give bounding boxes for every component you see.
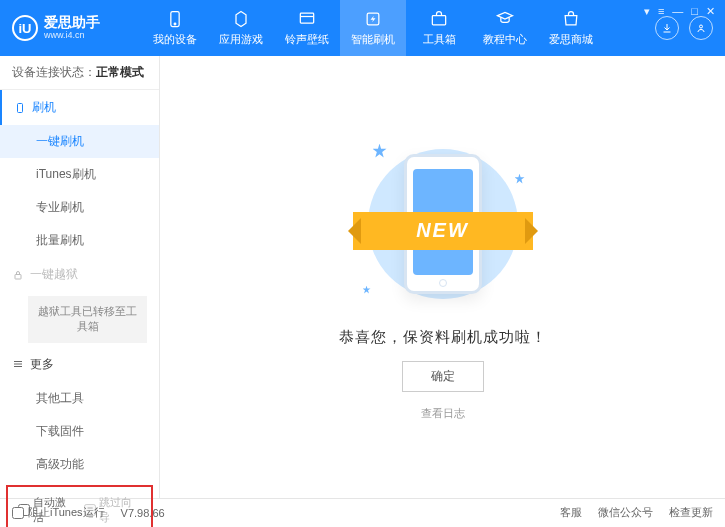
phone-icon xyxy=(165,9,185,29)
sidebar-item-download-fw[interactable]: 下载固件 xyxy=(0,415,159,448)
media-icon xyxy=(297,9,317,29)
section-flash[interactable]: 刷机 xyxy=(0,90,159,125)
close-icon[interactable]: ✕ xyxy=(706,5,715,18)
footer-update[interactable]: 检查更新 xyxy=(669,505,713,520)
minimize-icon[interactable]: — xyxy=(672,5,683,18)
svg-rect-7 xyxy=(15,274,21,279)
jailbreak-notice: 越狱工具已转移至工具箱 xyxy=(28,296,147,343)
footer-support[interactable]: 客服 xyxy=(560,505,582,520)
logo-icon: iU xyxy=(12,15,38,41)
sidebar-item-onekey-flash[interactable]: 一键刷机 xyxy=(0,125,159,158)
window-controls: ▾ ≡ — □ ✕ xyxy=(644,5,715,18)
tutorial-icon xyxy=(495,9,515,29)
logo-area: iU 爱思助手 www.i4.cn xyxy=(12,15,142,41)
more-icon xyxy=(12,358,24,370)
top-nav: 我的设备 应用游戏 铃声壁纸 智能刷机 工具箱 教程中心 爱思商城 xyxy=(142,0,604,56)
sidebar-item-other-tools[interactable]: 其他工具 xyxy=(0,382,159,415)
sidebar-item-advanced[interactable]: 高级功能 xyxy=(0,448,159,481)
svg-point-1 xyxy=(174,23,176,25)
flash-icon xyxy=(363,9,383,29)
user-button[interactable] xyxy=(689,16,713,40)
svg-rect-2 xyxy=(300,13,313,23)
app-name: 爱思助手 xyxy=(44,15,100,30)
new-ribbon: NEW xyxy=(353,212,533,250)
device-status: 设备连接状态：正常模式 xyxy=(0,56,159,90)
menu-icon[interactable]: ▾ xyxy=(644,5,650,18)
view-log-link[interactable]: 查看日志 xyxy=(421,406,465,421)
nav-tutorials[interactable]: 教程中心 xyxy=(472,0,538,56)
section-jailbreak[interactable]: 一键越狱 xyxy=(0,257,159,292)
lock-icon xyxy=(12,269,24,281)
nav-toolbox[interactable]: 工具箱 xyxy=(406,0,472,56)
nav-apps[interactable]: 应用游戏 xyxy=(208,0,274,56)
nav-store[interactable]: 爱思商城 xyxy=(538,0,604,56)
download-button[interactable] xyxy=(655,16,679,40)
sidebar-item-pro-flash[interactable]: 专业刷机 xyxy=(0,191,159,224)
nav-ringtones[interactable]: 铃声壁纸 xyxy=(274,0,340,56)
toolbox-icon xyxy=(429,9,449,29)
version-label: V7.98.66 xyxy=(121,507,165,519)
sidebar: 设备连接状态：正常模式 刷机 一键刷机 iTunes刷机 专业刷机 批量刷机 一… xyxy=(0,56,160,498)
apps-icon xyxy=(231,9,251,29)
svg-rect-6 xyxy=(18,103,23,112)
svg-point-5 xyxy=(700,25,703,28)
success-illustration: NEW xyxy=(343,134,543,314)
success-message: 恭喜您，保资料刷机成功啦！ xyxy=(339,328,547,347)
maximize-icon[interactable]: □ xyxy=(691,5,698,18)
section-more[interactable]: 更多 xyxy=(0,347,159,382)
nav-flash[interactable]: 智能刷机 xyxy=(340,0,406,56)
app-url: www.i4.cn xyxy=(44,31,100,41)
svg-rect-4 xyxy=(432,16,445,25)
main-content: NEW 恭喜您，保资料刷机成功啦！ 确定 查看日志 xyxy=(160,56,725,498)
ok-button[interactable]: 确定 xyxy=(402,361,484,392)
list-icon[interactable]: ≡ xyxy=(658,5,664,18)
app-header: iU 爱思助手 www.i4.cn 我的设备 应用游戏 铃声壁纸 智能刷机 工具… xyxy=(0,0,725,56)
sidebar-item-batch-flash[interactable]: 批量刷机 xyxy=(0,224,159,257)
sidebar-item-itunes-flash[interactable]: iTunes刷机 xyxy=(0,158,159,191)
block-itunes-checkbox[interactable]: 阻止iTunes运行 xyxy=(12,505,105,520)
footer-wechat[interactable]: 微信公众号 xyxy=(598,505,653,520)
phone-small-icon xyxy=(14,102,26,114)
nav-my-device[interactable]: 我的设备 xyxy=(142,0,208,56)
store-icon xyxy=(561,9,581,29)
